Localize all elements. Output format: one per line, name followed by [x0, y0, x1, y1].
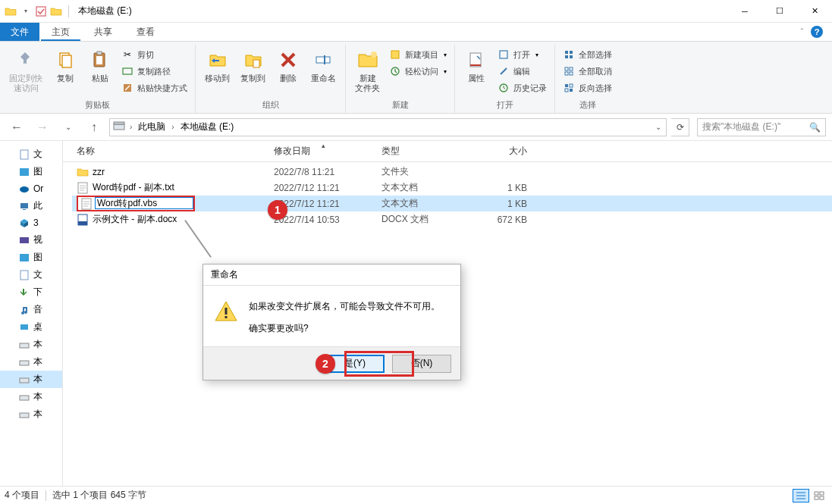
rename-highlight	[77, 196, 195, 211]
sidebar-item[interactable]: 此	[0, 197, 62, 214]
close-button[interactable]: ✕	[797, 0, 832, 23]
window-controls: ─ ☐ ✕	[727, 0, 832, 23]
svg-rect-30	[114, 122, 124, 124]
sidebar-item[interactable]: 图	[0, 249, 62, 266]
cut-button[interactable]: ✂剪切	[118, 48, 190, 61]
sidebar-item[interactable]: 本	[0, 388, 62, 405]
move-to-button[interactable]: 移动到	[200, 46, 234, 85]
copy-to-button[interactable]: 复制到	[236, 46, 270, 85]
qat-checkbox-icon[interactable]	[35, 5, 47, 17]
copy-button[interactable]: 复制	[49, 46, 82, 85]
titlebar: ▾ 本地磁盘 (E:) ─ ☐ ✕	[0, 0, 832, 23]
cell-type: 文本文档	[377, 181, 469, 194]
search-icon: 🔍	[809, 122, 821, 133]
file-row[interactable]: zzr2022/7/8 11:21文件夹	[72, 164, 832, 180]
paste-shortcut-button[interactable]: 粘贴快捷方式	[118, 81, 190, 95]
easy-access-button[interactable]: 轻松访问▾	[386, 64, 450, 78]
video-icon	[18, 234, 30, 246]
sidebar-item[interactable]: Or	[0, 180, 62, 197]
paste-button[interactable]: 粘贴	[83, 46, 117, 85]
select-none-icon	[563, 65, 575, 77]
nav-pane[interactable]: 文图Or此3视图文下音桌本本本本本	[0, 141, 63, 486]
sidebar-item[interactable]: 3	[0, 214, 62, 231]
file-row[interactable]: 2022/7/12 11:21文本文档1 KB	[72, 196, 832, 211]
svg-rect-8	[253, 60, 259, 67]
sidebar-item[interactable]: 文	[0, 146, 62, 163]
dialog-no-button[interactable]: 否(N)	[392, 355, 451, 373]
properties-icon	[464, 48, 488, 72]
breadcrumb-pc[interactable]: 此电脑	[137, 121, 167, 133]
svg-rect-28	[565, 89, 568, 92]
rename-button[interactable]: 重命名	[306, 46, 341, 85]
help-icon[interactable]: ?	[811, 26, 823, 38]
share-tab[interactable]: 共享	[82, 23, 124, 41]
svg-rect-60	[815, 492, 818, 495]
view-tab[interactable]: 查看	[124, 23, 167, 41]
minimize-button[interactable]: ─	[727, 0, 762, 23]
open-button[interactable]: 打开▾	[494, 48, 550, 61]
copy-path-button[interactable]: 复制路径	[118, 64, 190, 78]
col-header-name[interactable]: 名称	[72, 145, 269, 158]
cell-size: 1 KB	[469, 199, 532, 209]
ribbon-collapse-icon[interactable]: ˇ	[801, 28, 803, 36]
file-tab[interactable]: 文件	[0, 23, 39, 41]
file-row[interactable]: 示例文件 - 副本.docx2022/7/14 10:53DOCX 文档672 …	[72, 211, 832, 227]
sidebar-item[interactable]: 视	[0, 231, 62, 249]
chevron-right-icon[interactable]: ›	[128, 123, 133, 131]
invert-icon	[563, 82, 575, 94]
chevron-down-icon: ▾	[444, 68, 447, 75]
qat-dropdown-icon[interactable]: ▾	[20, 5, 32, 17]
sidebar-item[interactable]: 本	[0, 371, 62, 388]
back-button[interactable]: ←	[6, 117, 27, 138]
pic-icon	[18, 166, 30, 178]
edit-button[interactable]: 编辑	[494, 64, 550, 78]
new-folder-button[interactable]: 新建 文件夹	[350, 46, 385, 95]
rename-input[interactable]	[95, 197, 193, 209]
refresh-button[interactable]: ⟳	[671, 118, 689, 136]
cell-type: DOCX 文档	[377, 213, 469, 226]
sidebar-item[interactable]: 本	[0, 405, 62, 423]
file-row[interactable]: Word转pdf - 副本.txt2022/7/12 11:21文本文档1 KB	[72, 180, 832, 196]
svg-rect-32	[20, 168, 29, 176]
home-tab[interactable]: 主页	[39, 23, 82, 41]
sidebar-item[interactable]: 本	[0, 336, 62, 353]
address-bar[interactable]: › 此电脑 › 本地磁盘 (E:) ⌄	[109, 118, 667, 136]
svg-rect-9	[316, 57, 330, 63]
sidebar-item[interactable]: 图	[0, 163, 62, 180]
select-all-button[interactable]: 全部选择	[560, 48, 615, 61]
pin-quick-access-button[interactable]: 固定到快 速访问	[5, 46, 47, 95]
forward-button[interactable]: →	[32, 117, 53, 138]
up-button[interactable]: ↑	[83, 117, 105, 138]
col-header-type[interactable]: 类型	[377, 145, 469, 158]
recent-dropdown[interactable]: ⌄	[58, 117, 79, 138]
svg-rect-40	[20, 343, 29, 348]
history-button[interactable]: 历史记录	[494, 81, 550, 95]
sidebar-item[interactable]: 文	[0, 266, 62, 283]
breadcrumb-drive[interactable]: 本地磁盘 (E:)	[179, 121, 236, 133]
properties-button[interactable]: 属性	[460, 46, 493, 85]
maximize-button[interactable]: ☐	[762, 0, 797, 23]
chevron-right-icon[interactable]: ›	[170, 123, 175, 131]
col-header-date[interactable]: ▴修改日期	[269, 145, 377, 158]
address-dropdown-icon[interactable]: ⌄	[654, 123, 663, 131]
chevron-down-icon: ▾	[444, 52, 447, 58]
new-item-button[interactable]: 新建项目▾	[386, 48, 450, 61]
svg-rect-5	[96, 56, 102, 64]
col-header-size[interactable]: 大小	[469, 145, 532, 158]
sidebar-item[interactable]: 音	[0, 301, 62, 318]
ribbon-group-clipboard: 固定到快 速访问 复制 粘贴 ✂剪切 复制路径 粘贴快捷方式 剪贴板	[0, 45, 196, 113]
invert-selection-button[interactable]: 反向选择	[560, 81, 615, 95]
pc-icon	[18, 200, 30, 212]
delete-button[interactable]: 删除	[272, 46, 305, 85]
sidebar-item[interactable]: 桌	[0, 318, 62, 336]
sidebar-item[interactable]: 下	[0, 283, 62, 301]
drive-icon	[18, 356, 30, 368]
select-none-button[interactable]: 全部取消	[560, 64, 615, 78]
search-input[interactable]: 搜索"本地磁盘 (E:)" 🔍	[697, 118, 826, 136]
sidebar-item-label: Or	[33, 183, 43, 194]
details-view-button[interactable]	[793, 489, 809, 502]
thumbnails-view-button[interactable]	[811, 489, 827, 502]
sidebar-item[interactable]: 本	[0, 353, 62, 371]
path-icon	[121, 65, 133, 77]
dialog-text: 如果改变文件扩展名，可能会导致文件不可用。 确实要更改吗?	[249, 299, 440, 336]
